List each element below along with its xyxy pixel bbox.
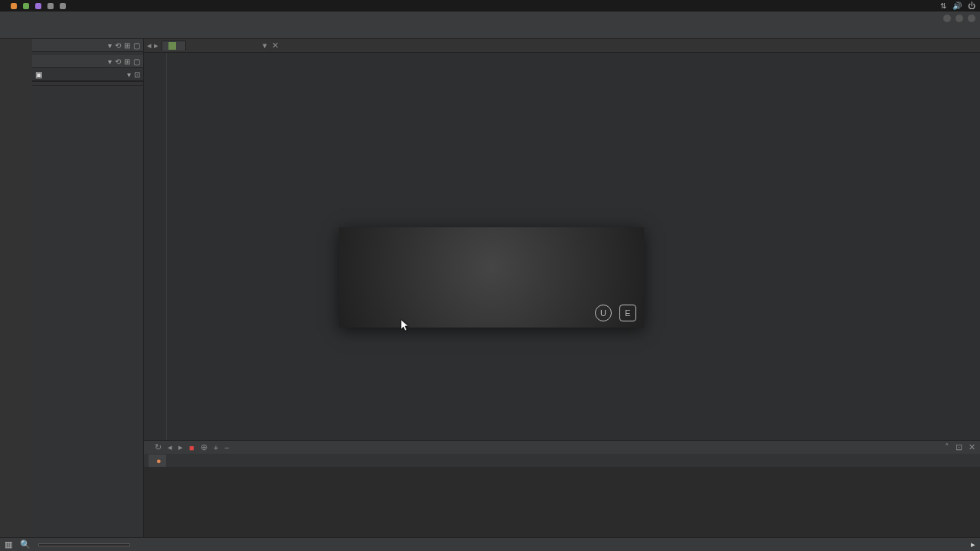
- tray-icon[interactable]: [35, 3, 41, 9]
- tray-icon[interactable]: [11, 3, 17, 9]
- window-titlebar: [0, 11, 980, 24]
- progress-toggle-icon[interactable]: ▸: [971, 540, 975, 549]
- search-icon[interactable]: 🔍: [20, 540, 31, 549]
- close-button[interactable]: [968, 15, 975, 22]
- tray-icon[interactable]: [23, 3, 29, 9]
- split-icon[interactable]: ⊞: [124, 57, 130, 66]
- side-panel: ▾⟲⊞▢ ▾⟲⊞▢ ▣ ▾⊡: [32, 39, 144, 537]
- unreal-logo-icon: U: [595, 305, 612, 321]
- close-pane-icon[interactable]: ✕: [969, 442, 975, 452]
- close-pane-icon[interactable]: ▢: [133, 57, 140, 66]
- mouse-cursor: [401, 320, 409, 331]
- output-tab[interactable]: ●: [149, 455, 166, 467]
- status-bar: ▥ 🔍 ▸: [0, 537, 980, 551]
- tray-icon[interactable]: [60, 3, 66, 9]
- refresh-icon[interactable]: ↻: [155, 442, 162, 452]
- tab-file[interactable]: [162, 41, 186, 51]
- power-icon[interactable]: ⏻: [968, 2, 975, 10]
- chevron-down-icon[interactable]: ▾: [127, 70, 131, 79]
- close-pane-icon[interactable]: ▢: [133, 41, 140, 50]
- sync-icon[interactable]: ⟲: [115, 41, 121, 50]
- file-icon: [168, 42, 176, 50]
- stop-icon[interactable]: ■: [189, 443, 194, 452]
- running-icon: ●: [156, 456, 162, 465]
- output-log[interactable]: [144, 467, 980, 537]
- add-icon[interactable]: +: [214, 443, 218, 452]
- tab-dropdown-icon[interactable]: ▾: [263, 41, 267, 51]
- volume-icon[interactable]: 🔊: [952, 2, 962, 10]
- editor-tabs: ◂ ▸ ▾ ✕: [144, 39, 980, 53]
- maximize-button[interactable]: [956, 15, 963, 22]
- split-icon[interactable]: ⊞: [124, 41, 130, 50]
- next-icon[interactable]: ▸: [178, 442, 183, 452]
- filter-icon[interactable]: ▾: [108, 57, 112, 66]
- filesystem-tree[interactable]: [32, 85, 143, 537]
- filter-icon[interactable]: ▾: [108, 41, 112, 50]
- tray-icon[interactable]: [47, 3, 54, 9]
- chevron-up-icon[interactable]: ˄: [945, 442, 949, 452]
- network-icon[interactable]: ⇅: [940, 2, 946, 10]
- nav-back-icon[interactable]: ◂ ▸: [147, 41, 158, 51]
- menu-bar: [0, 24, 980, 39]
- prev-icon[interactable]: ◂: [168, 442, 172, 452]
- sync-icon[interactable]: ⟲: [115, 57, 121, 66]
- unreal-splash: U E: [339, 227, 644, 328]
- minimize-button[interactable]: [943, 15, 951, 22]
- panes-icon[interactable]: ▥: [5, 540, 12, 549]
- maximize-pane-icon[interactable]: ⊡: [956, 442, 962, 452]
- epic-logo-icon: E: [619, 305, 636, 321]
- attach-icon[interactable]: ⊕: [201, 442, 207, 452]
- mode-rail: [0, 39, 32, 537]
- remove-icon[interactable]: −: [224, 443, 229, 452]
- line-gutter: [144, 53, 167, 440]
- output-panel: ↻ ◂ ▸ ■ ⊕ + − ˄ ⊡ ✕ ●: [144, 440, 980, 537]
- tab-close-icon[interactable]: ✕: [272, 41, 279, 51]
- locator-input[interactable]: [38, 543, 130, 546]
- projects-header: ▾⟲⊞▢: [32, 39, 143, 52]
- system-top-bar: ⇅ 🔊 ⏻: [0, 0, 980, 11]
- filesystem-header: ▾⟲⊞▢: [32, 55, 143, 68]
- svg-rect-0: [168, 42, 176, 50]
